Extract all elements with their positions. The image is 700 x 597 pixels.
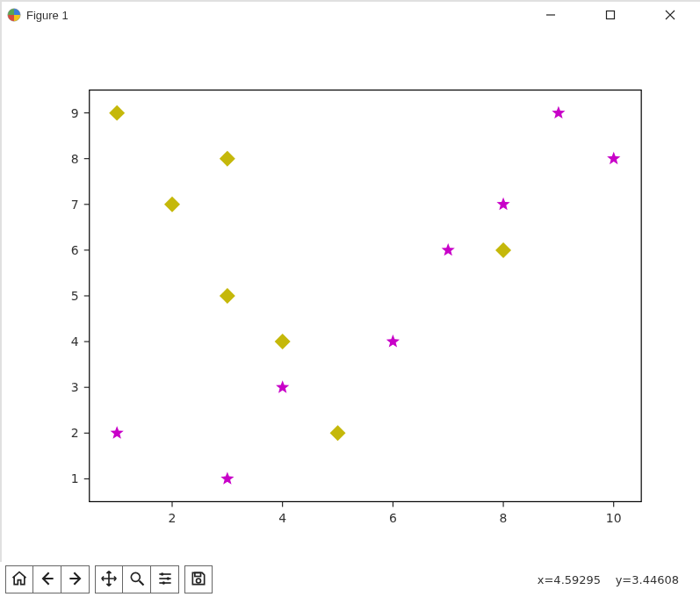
svg-point-12 xyxy=(162,581,164,584)
minimize-button[interactable] xyxy=(533,2,568,28)
svg-rect-2 xyxy=(607,11,615,19)
data-point xyxy=(442,243,455,255)
y-tick-label: 8 xyxy=(71,152,79,166)
coordinate-readout: x=4.59295 y=3.44608 xyxy=(538,573,695,586)
y-tick-label: 9 xyxy=(71,106,79,120)
close-button[interactable] xyxy=(653,2,688,28)
data-point xyxy=(164,197,180,212)
data-point xyxy=(111,426,124,438)
svg-line-6 xyxy=(139,580,143,585)
svg-point-10 xyxy=(161,572,163,575)
arrow-left-icon xyxy=(39,570,56,590)
svg-point-11 xyxy=(166,577,169,579)
move-icon xyxy=(100,570,118,590)
nav-group xyxy=(5,565,90,593)
arrow-right-icon xyxy=(67,570,84,590)
data-point xyxy=(220,288,235,304)
io-group xyxy=(184,565,213,593)
x-tick-label: 8 xyxy=(500,511,508,525)
plot-svg: 246810123456789 xyxy=(2,28,700,564)
magnify-icon xyxy=(128,570,146,590)
window-titlebar: Figure 1 xyxy=(2,2,700,28)
data-point xyxy=(276,380,289,392)
data-point xyxy=(386,334,400,347)
y-tick-label: 3 xyxy=(71,380,79,394)
data-point xyxy=(496,198,509,210)
save-button[interactable] xyxy=(184,565,213,593)
data-point xyxy=(495,242,511,258)
forward-button[interactable] xyxy=(61,565,90,593)
data-point xyxy=(275,334,291,349)
x-tick-label: 4 xyxy=(278,511,286,525)
sliders-icon xyxy=(156,570,174,590)
back-button[interactable] xyxy=(33,565,61,593)
window-title: Figure 1 xyxy=(26,9,69,22)
save-icon xyxy=(190,570,207,590)
data-point xyxy=(607,152,620,164)
x-tick-label: 2 xyxy=(169,511,177,525)
svg-point-14 xyxy=(197,579,201,583)
svg-point-5 xyxy=(131,572,140,581)
y-tick-label: 7 xyxy=(71,198,79,212)
x-tick-label: 6 xyxy=(389,511,397,525)
home-icon xyxy=(11,570,28,590)
svg-rect-13 xyxy=(195,572,201,576)
plot-canvas[interactable]: 246810123456789 xyxy=(2,28,700,564)
data-point xyxy=(552,106,565,119)
data-point xyxy=(330,425,346,441)
home-button[interactable] xyxy=(5,565,33,593)
y-tick-label: 6 xyxy=(71,243,79,257)
configure-subplots-button[interactable] xyxy=(151,565,179,593)
data-point xyxy=(220,151,235,167)
app-icon xyxy=(7,8,21,22)
y-tick-label: 2 xyxy=(71,426,79,440)
x-tick-label: 10 xyxy=(606,511,622,525)
view-group xyxy=(95,565,179,593)
axes-frame xyxy=(90,90,641,502)
zoom-button[interactable] xyxy=(123,565,151,593)
pan-button[interactable] xyxy=(95,565,123,593)
data-point xyxy=(109,105,125,121)
y-tick-label: 4 xyxy=(71,334,79,349)
matplotlib-toolbar: x=4.59295 y=3.44608 xyxy=(1,562,700,597)
data-point xyxy=(220,471,234,484)
window-controls xyxy=(533,2,698,28)
maximize-button[interactable] xyxy=(593,2,628,28)
y-tick-label: 1 xyxy=(71,471,79,486)
y-tick-label: 5 xyxy=(71,289,79,303)
